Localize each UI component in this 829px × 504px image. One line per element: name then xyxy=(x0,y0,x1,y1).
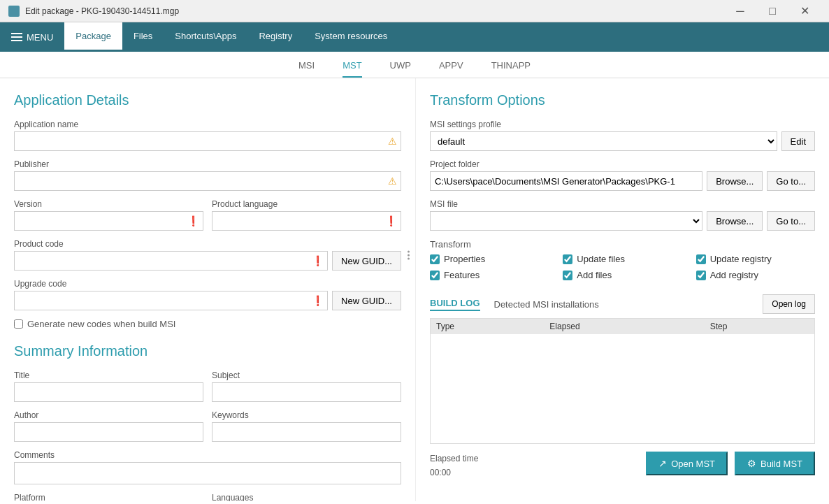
sub-tabs: MSI MST UWP APPV THINAPP xyxy=(0,52,829,78)
version-group: Version ❗ xyxy=(14,199,203,231)
product-code-input[interactable] xyxy=(14,251,328,271)
tab-mst[interactable]: MST xyxy=(343,57,361,78)
properties-checkbox[interactable] xyxy=(430,254,440,264)
product-code-more-icon[interactable] xyxy=(408,250,410,259)
generate-codes-group: Generate new codes when build MSI xyxy=(14,319,401,329)
nav-package[interactable]: Package xyxy=(64,22,122,52)
nav-registry[interactable]: Registry xyxy=(247,22,303,52)
product-language-input-wrapper: ❗ xyxy=(212,211,401,231)
detected-msi-tab[interactable]: Detected MSI installations xyxy=(494,299,599,310)
summary-info-title: Summary Information xyxy=(14,343,401,359)
si-author-input[interactable] xyxy=(14,422,203,442)
menu-button[interactable]: MENU xyxy=(0,22,64,52)
upgrade-code-label: Upgrade code xyxy=(14,279,401,289)
elapsed-time-value: 00:00 xyxy=(430,468,478,477)
upgrade-code-group: Upgrade code ❗ New GUID... xyxy=(14,279,401,310)
window-controls: ─ □ ✕ xyxy=(724,0,821,22)
project-folder-goto-button[interactable]: Go to... xyxy=(767,171,815,191)
product-code-input-wrapper: ❗ xyxy=(14,251,328,271)
add-files-checkbox[interactable] xyxy=(563,271,572,280)
col-elapsed: Elapsed xyxy=(544,319,704,334)
si-comments-input[interactable] xyxy=(14,462,401,484)
col-type: Type xyxy=(431,319,544,334)
add-files-checkbox-row: Add files xyxy=(563,270,682,280)
close-button[interactable]: ✕ xyxy=(788,0,821,22)
features-checkbox[interactable] xyxy=(430,271,440,280)
update-files-checkbox[interactable] xyxy=(563,254,572,264)
si-keywords-label: Keywords xyxy=(212,410,401,420)
product-language-error-icon: ❗ xyxy=(385,215,397,226)
si-keywords-input[interactable] xyxy=(212,422,401,442)
project-folder-browse-button[interactable]: Browse... xyxy=(707,171,763,191)
version-input[interactable] xyxy=(14,211,203,231)
version-label: Version xyxy=(14,199,203,209)
maximize-button[interactable]: □ xyxy=(756,0,788,22)
menu-label: MENU xyxy=(27,32,53,43)
transform-checkboxes: Properties Update files Update registry … xyxy=(430,254,815,283)
tab-appv[interactable]: APPV xyxy=(439,57,463,78)
upgrade-code-input-wrapper: ❗ xyxy=(14,291,328,310)
properties-checkbox-row: Properties xyxy=(430,254,549,264)
elapsed-time-label: Elapsed time xyxy=(430,454,478,463)
generate-codes-checkbox[interactable] xyxy=(14,319,23,329)
tab-thinapp[interactable]: THINAPP xyxy=(491,57,531,78)
version-input-wrapper: ❗ xyxy=(14,211,203,231)
upgrade-code-input[interactable] xyxy=(14,291,328,310)
languages-group: Languages 0 xyxy=(212,493,401,501)
nav-system-resources[interactable]: System resources xyxy=(303,22,398,52)
publisher-group: Publisher ⚠ xyxy=(14,159,401,191)
update-files-label: Update files xyxy=(577,254,625,264)
product-language-input[interactable] xyxy=(212,211,401,231)
project-folder-input[interactable]: C:\Users\pace\Documents\MSI Generator\Pa… xyxy=(430,171,702,191)
add-registry-checkbox[interactable] xyxy=(696,271,706,280)
transform-section: Transform Properties Update files Update… xyxy=(430,239,815,283)
publisher-label: Publisher xyxy=(14,159,401,169)
nav-shortcuts[interactable]: Shortcuts\Apps xyxy=(164,22,247,52)
subject-group: Subject xyxy=(212,370,401,402)
si-subject-input[interactable] xyxy=(212,382,401,402)
open-mst-button[interactable]: ↗ Open MST xyxy=(646,452,728,475)
title-bar: Edit package - PKG-190430-144511.mgp ─ □… xyxy=(0,0,829,22)
platform-languages-row: Platform Autodetect x86 x64 Languages 0 xyxy=(14,493,401,501)
minimize-button[interactable]: ─ xyxy=(724,0,756,22)
msi-file-select[interactable] xyxy=(430,211,702,231)
new-guid-1-button[interactable]: New GUID... xyxy=(332,251,401,271)
tab-uwp[interactable]: UWP xyxy=(390,57,411,78)
hamburger-icon xyxy=(11,33,22,41)
msi-settings-select[interactable]: default xyxy=(430,131,777,151)
product-code-group: Product code ❗ New GUID... xyxy=(14,239,401,271)
title-subject-row: Title Subject xyxy=(14,370,401,410)
author-keywords-row: Author Keywords xyxy=(14,410,401,450)
app-name-warning-icon: ⚠ xyxy=(388,136,397,147)
publisher-input[interactable] xyxy=(14,171,401,191)
app-name-input[interactable] xyxy=(14,131,401,151)
edit-profile-button[interactable]: Edit xyxy=(781,131,815,151)
msi-file-goto-button[interactable]: Go to... xyxy=(767,211,815,231)
open-log-button[interactable]: Open log xyxy=(763,294,815,314)
msi-file-browse-button[interactable]: Browse... xyxy=(707,211,763,231)
new-guid-2-button[interactable]: New GUID... xyxy=(332,291,401,310)
app-name-input-wrapper: ⚠ xyxy=(14,131,401,151)
tab-msi[interactable]: MSI xyxy=(298,57,315,78)
build-log-header: BUILD LOG Detected MSI installations Ope… xyxy=(430,294,815,314)
si-subject-label: Subject xyxy=(212,370,401,380)
nav-files[interactable]: Files xyxy=(122,22,164,52)
publisher-warning-icon: ⚠ xyxy=(388,175,397,187)
build-log-section: BUILD LOG Detected MSI installations Ope… xyxy=(430,294,815,477)
msi-file-label: MSI file xyxy=(430,199,815,209)
si-title-input[interactable] xyxy=(14,382,203,402)
elapsed-time-group: Elapsed time 00:00 xyxy=(430,449,478,477)
build-log-table: Type Elapsed Step xyxy=(431,319,814,334)
platform-group: Platform Autodetect x86 x64 xyxy=(14,493,203,501)
build-log-tab[interactable]: BUILD LOG xyxy=(430,298,480,311)
build-mst-button[interactable]: ⚙ Build MST xyxy=(735,452,815,475)
version-error-icon: ❗ xyxy=(187,215,199,226)
si-languages-label: Languages xyxy=(212,493,401,501)
project-folder-label: Project folder xyxy=(430,159,815,169)
update-registry-checkbox[interactable] xyxy=(696,254,706,264)
product-code-label: Product code xyxy=(14,239,401,249)
build-log-area: Type Elapsed Step xyxy=(430,318,815,444)
msi-file-group: MSI file Browse... Go to... xyxy=(430,199,815,231)
msi-settings-group: MSI settings profile default Edit xyxy=(430,120,815,151)
si-author-label: Author xyxy=(14,410,203,420)
